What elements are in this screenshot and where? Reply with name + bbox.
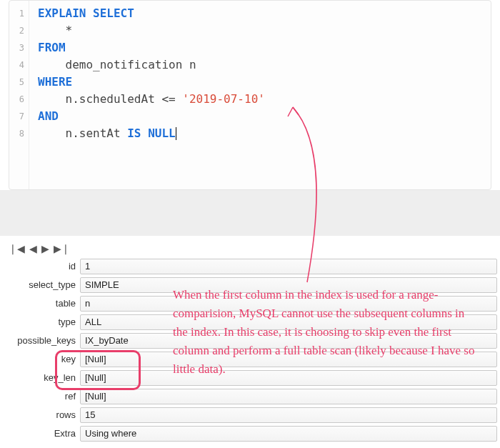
field-label: ref bbox=[0, 387, 80, 406]
field-label: key bbox=[0, 350, 80, 369]
result-row: id 1 bbox=[0, 257, 500, 276]
field-value[interactable]: Using where bbox=[80, 426, 497, 442]
pane-divider[interactable] bbox=[0, 190, 500, 236]
field-value[interactable]: [Null] bbox=[80, 389, 497, 404]
line-gutter: 1 2 3 4 5 6 7 8 bbox=[9, 1, 29, 189]
record-nav: ❘◀ ◀ ▶ ▶❘ bbox=[9, 243, 70, 254]
field-label: possible_keys bbox=[0, 332, 80, 350]
field-label: rows bbox=[0, 406, 80, 424]
field-label: select_type bbox=[0, 276, 80, 294]
field-value[interactable]: 1 bbox=[80, 259, 497, 274]
nav-next-icon[interactable]: ▶ bbox=[41, 243, 49, 254]
result-row: Extra Using where bbox=[0, 424, 500, 443]
annotation-text: When the first column in the index is us… bbox=[173, 286, 480, 379]
field-label: id bbox=[0, 257, 80, 276]
sql-code[interactable]: EXPLAIN SELECT * FROM demo_notification … bbox=[29, 1, 268, 189]
nav-first-icon[interactable]: ❘◀ bbox=[9, 243, 25, 254]
field-value[interactable]: 15 bbox=[80, 407, 497, 423]
field-label: table bbox=[0, 294, 80, 313]
result-row: rows 15 bbox=[0, 406, 500, 424]
nav-prev-icon[interactable]: ◀ bbox=[29, 243, 37, 254]
sql-editor[interactable]: 1 2 3 4 5 6 7 8 EXPLAIN SELECT * FROM de… bbox=[9, 0, 491, 190]
field-label: type bbox=[0, 313, 80, 332]
result-row: ref [Null] bbox=[0, 387, 500, 406]
nav-last-icon[interactable]: ▶❘ bbox=[54, 243, 70, 254]
field-label: Extra bbox=[0, 424, 80, 443]
field-label: key_len bbox=[0, 369, 80, 387]
